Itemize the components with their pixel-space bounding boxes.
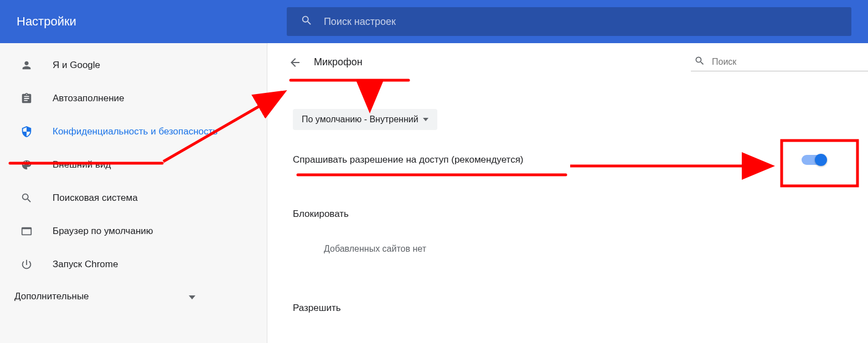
search-icon [694,55,705,69]
shield-icon [20,125,33,138]
sidebar-item-autofill[interactable]: Автозаполнение [0,82,267,115]
sidebar-item-search-engine[interactable]: Поисковая система [0,181,267,215]
toggle-knob [815,154,827,166]
sidebar: Я и Google Автозаполнение Конфиденциальн… [0,43,267,343]
ask-permission-label: Спрашивать разрешение на доступ (рекомен… [293,154,524,165]
search-icon [301,14,313,29]
sidebar-advanced-toggle[interactable]: Дополнительные [0,281,267,312]
microphone-device-dropdown[interactable]: По умолчанию - Внутренний [293,109,437,130]
content-search-input[interactable] [712,57,865,67]
sidebar-item-privacy-security[interactable]: Конфиденциальность и безопасность [0,115,267,148]
sidebar-item-label: Я и Google [53,59,100,72]
sidebar-item-label: Запуск Chrome [53,258,118,271]
chevron-down-icon [423,118,428,121]
sidebar-item-label: Браузер по умолчанию [53,225,153,238]
section-allow-title: Разрешить [284,303,868,314]
global-search[interactable] [287,7,851,36]
main-content: Микрофон По умолчанию - Внутренний Спраш… [267,43,868,343]
sidebar-item-you-and-google[interactable]: Я и Google [0,49,267,82]
search-icon [20,191,33,205]
global-search-input[interactable] [324,16,838,28]
power-icon [20,258,33,271]
back-button[interactable] [288,56,302,69]
ask-permission-toggle[interactable] [802,155,826,165]
page-title: Микрофон [314,56,363,68]
sidebar-item-default-browser[interactable]: Браузер по умолчанию [0,215,267,248]
content-search[interactable] [691,53,868,71]
sidebar-item-label: Внешний вид [53,158,111,172]
sidebar-item-on-startup[interactable]: Запуск Chrome [0,248,267,281]
palette-icon [20,158,33,172]
advanced-label: Дополнительные [14,291,89,302]
chevron-down-icon [189,291,195,302]
sidebar-item-label: Конфиденциальность и безопасность [53,125,218,138]
sidebar-item-label: Поисковая система [53,191,138,205]
browser-icon [20,225,33,238]
sidebar-item-label: Автозаполнение [53,92,125,105]
dropdown-selected-value: По умолчанию - Внутренний [302,115,418,124]
app-title: Настройки [17,14,76,29]
person-icon [20,59,33,72]
section-block-empty: Добавленных сайтов нет [284,244,868,254]
clipboard-icon [20,92,33,105]
app-header: Настройки [0,0,868,43]
section-block-title: Блокировать [284,209,868,220]
sidebar-item-appearance[interactable]: Внешний вид [0,148,267,181]
